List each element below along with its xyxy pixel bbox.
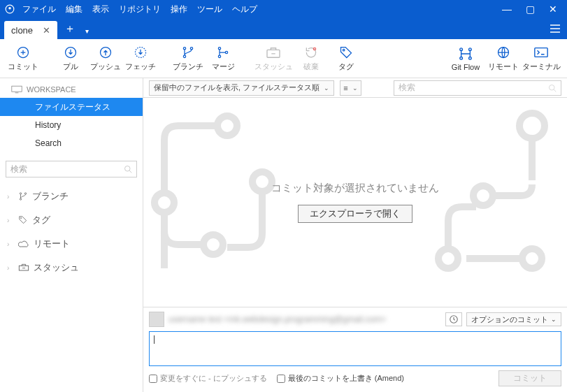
menu-view[interactable]: 表示 [92, 3, 109, 15]
hamburger-icon[interactable] [550, 24, 560, 35]
remote-label: リモート [488, 61, 519, 72]
gitflow-label: Git Flow [452, 63, 480, 71]
branch-button[interactable]: ブランチ [171, 39, 206, 78]
tab-menu-icon[interactable]: ▾ [85, 27, 89, 35]
svg-rect-20 [535, 48, 547, 57]
merge-button[interactable]: マージ [206, 39, 241, 78]
commit-options-dropdown[interactable]: オプションのコミット ⌄ [466, 312, 561, 326]
gitflow-button[interactable]: Git Flow [445, 39, 486, 78]
avatar [149, 312, 164, 327]
sidebar-item-filestatus[interactable]: ファイルステータス [0, 98, 143, 116]
sidebar-cat-stash[interactable]: › スタッシュ [0, 256, 143, 280]
history-icon[interactable] [445, 312, 462, 326]
remote-button[interactable]: リモート [486, 39, 521, 78]
menu-edit[interactable]: 編集 [66, 3, 82, 15]
tab-label: clone [11, 25, 33, 36]
terminal-icon [533, 45, 549, 60]
stage-area: コミット対象が選択されていません エクスプローラで開く [143, 98, 567, 307]
sidebar-cat-stash-label: スタッシュ [34, 261, 79, 274]
sidebar-search-input[interactable]: 検索 [6, 161, 137, 177]
stash-button: スタッシュ [253, 39, 294, 78]
chevron-right-icon: › [7, 240, 14, 248]
sidebar-cat-remote[interactable]: › リモート [0, 232, 143, 256]
svg-point-23 [20, 193, 21, 194]
svg-point-1 [8, 7, 11, 10]
menu-repository[interactable]: リポジトリ [119, 3, 161, 15]
app-logo-icon [4, 3, 15, 15]
discard-button: 破棄 [294, 39, 329, 78]
stash-icon [18, 263, 29, 272]
push-button[interactable]: プッシュ [88, 39, 123, 78]
tag-label: タグ [338, 61, 354, 72]
svg-point-28 [550, 85, 555, 90]
amend-checkbox[interactable]: 最後のコミットを上書き (Amend) [277, 373, 404, 384]
stash-icon [266, 45, 281, 60]
merge-label: マージ [212, 61, 235, 72]
checkbox-icon[interactable] [277, 375, 285, 383]
push-label: プッシュ [90, 61, 121, 72]
sidebar-cat-remote-label: リモート [34, 238, 70, 250]
sidebar-cat-branch-label: ブランチ [32, 190, 69, 203]
sidebar-cat-branch[interactable]: › ブランチ [0, 184, 143, 208]
open-explorer-button[interactable]: エクスプローラで開く [298, 205, 412, 223]
svg-point-14 [343, 49, 345, 51]
panel-search-input[interactable]: 検索 [394, 80, 561, 96]
pull-button[interactable]: プル [53, 39, 88, 78]
window-close-icon[interactable]: ✕ [549, 3, 557, 15]
sidebar-item-history[interactable]: History [0, 116, 143, 134]
file-filter-dropdown[interactable]: 保留中のファイルを表示, ファイルステータス順 ⌄ [149, 80, 334, 96]
pull-label: プル [63, 61, 78, 72]
commit-box: username test <mk.webdesign.programming@… [143, 307, 567, 392]
menu-tools[interactable]: ツール [197, 3, 222, 15]
toolbar: コミット プル プッシュ フェッチ ブランチ マージ スタッシュ 破棄 タグ G… [0, 39, 567, 78]
svg-point-35 [438, 249, 458, 268]
workspace-label: WORKSPACE [27, 85, 76, 94]
discard-icon [304, 45, 318, 60]
branch-label: ブランチ [173, 61, 203, 72]
empty-state-message: コミット対象が選択されていません [271, 182, 439, 195]
commit-message-input[interactable]: | [149, 331, 561, 366]
terminal-button[interactable]: ターミナル [521, 39, 561, 78]
workspace-header[interactable]: WORKSPACE [0, 84, 143, 98]
commit-submit-button[interactable]: コミット [498, 370, 561, 386]
tabbar: clone ✕ ＋ ▾ [0, 18, 567, 39]
svg-point-31 [203, 235, 223, 254]
commit-button[interactable]: コミット [6, 39, 41, 78]
svg-point-17 [469, 48, 472, 50]
terminal-label: ターミナル [522, 61, 561, 72]
menu-action[interactable]: 操作 [171, 3, 187, 15]
svg-point-8 [190, 48, 192, 50]
search-icon [548, 84, 557, 92]
new-tab-icon[interactable]: ＋ [64, 22, 76, 36]
sidebar-cat-tag[interactable]: › タグ [0, 208, 143, 232]
chevron-down-icon: ⌄ [551, 316, 557, 323]
svg-rect-21 [12, 86, 22, 92]
monitor-icon [11, 85, 22, 94]
push-check-label: 変更をすぐに - にプッシュする [160, 373, 267, 384]
tag-button[interactable]: タグ [329, 39, 364, 78]
checkbox-icon[interactable] [149, 375, 157, 383]
tag-icon [18, 215, 28, 225]
stash-label: スタッシュ [254, 61, 293, 72]
window-minimize-icon[interactable]: — [502, 3, 512, 15]
bg-circuit-decoration [143, 98, 567, 307]
menu-file[interactable]: ファイル [22, 3, 56, 15]
chevron-right-icon: › [7, 264, 14, 272]
amend-check-label: 最後のコミットを上書き (Amend) [288, 373, 404, 384]
menu-help[interactable]: ヘルプ [232, 3, 257, 15]
remote-icon [496, 45, 510, 60]
repo-tab[interactable]: clone ✕ [4, 21, 57, 39]
tab-close-icon[interactable]: ✕ [43, 25, 50, 36]
view-mode-dropdown[interactable]: ≡ ⌄ [340, 80, 361, 96]
svg-point-6 [183, 48, 185, 50]
svg-point-10 [218, 55, 220, 57]
window-maximize-icon[interactable]: ▢ [526, 3, 535, 15]
commit-icon [16, 45, 30, 60]
fetch-button[interactable]: フェッチ [123, 39, 158, 78]
push-immediately-checkbox[interactable]: 変更をすぐに - にプッシュする [149, 373, 267, 384]
sidebar-item-search[interactable]: Search [0, 134, 143, 152]
list-icon: ≡ [343, 84, 347, 92]
svg-point-9 [218, 48, 220, 50]
fetch-icon [134, 45, 148, 60]
chevron-down-icon: ⌄ [352, 85, 358, 92]
